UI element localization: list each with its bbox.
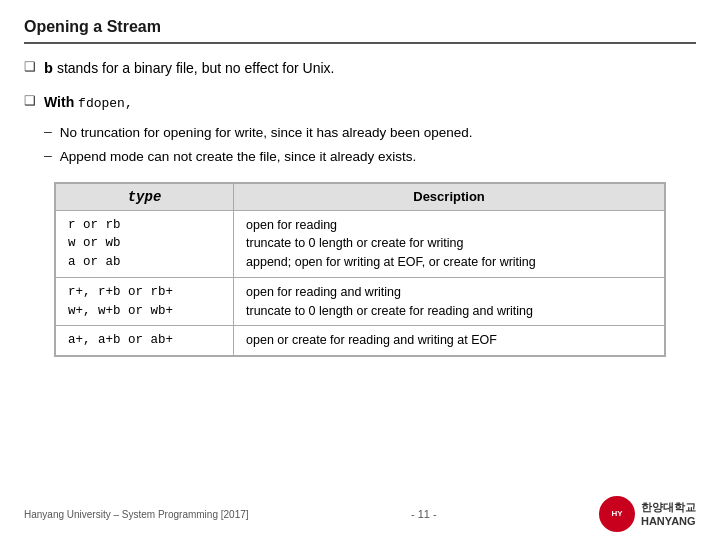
desc-cell-0: open for reading truncate to 0 length or… xyxy=(234,210,665,277)
logo-label: 한양대학교 HANYANG xyxy=(641,500,696,529)
logo-circle: HY xyxy=(599,496,635,532)
bullet1-row: ❑ b stands for a binary file, but no eff… xyxy=(24,58,696,82)
title-section: Opening a Stream xyxy=(24,18,696,44)
bullet1-content: stands for a binary file, but no effect … xyxy=(57,60,335,76)
sub-bullet1-text: No truncation for opening for write, sin… xyxy=(60,123,473,143)
logo-abbr: HY xyxy=(611,509,622,519)
page-title: Opening a Stream xyxy=(24,18,161,35)
bullet2-with: With xyxy=(44,94,78,110)
type-cell-2: a+, a+b or ab+ xyxy=(56,326,234,356)
bullet1-b: b xyxy=(44,61,53,78)
page: Opening a Stream ❑ b stands for a binary… xyxy=(0,0,720,540)
footer-page-number: - 11 - xyxy=(411,508,437,520)
table-row: r or rb w or wb a or abopen for reading … xyxy=(56,210,665,277)
sub-bullets: – No truncation for opening for write, s… xyxy=(44,123,696,168)
bullet2-code: fdopen, xyxy=(78,96,133,111)
bullet1-icon: ❑ xyxy=(24,59,36,74)
logo-line1: 한양대학교 xyxy=(641,500,696,514)
sub-bullet1-row: – No truncation for opening for write, s… xyxy=(44,123,696,143)
desc-cell-2: open or create for reading and writing a… xyxy=(234,326,665,356)
sub-bullet2-text: Append mode can not create the file, sin… xyxy=(60,147,416,167)
col2-header: Description xyxy=(234,183,665,210)
table-header-row: type Description xyxy=(56,183,665,210)
sub-bullet2-row: – Append mode can not create the file, s… xyxy=(44,147,696,167)
footer-left-text: Hanyang University – System Programming … xyxy=(24,509,249,520)
sub-dash1: – xyxy=(44,123,52,139)
type-table: type Description r or rb w or wb a or ab… xyxy=(54,182,666,358)
bullet2-icon: ❑ xyxy=(24,93,36,108)
bullet1-section: ❑ b stands for a binary file, but no eff… xyxy=(24,58,696,82)
bullet2-text: With fdopen, xyxy=(44,92,133,114)
bullet2-section: ❑ With fdopen, – No truncation for openi… xyxy=(24,92,696,168)
desc-cell-1: open for reading and writing truncate to… xyxy=(234,277,665,326)
footer-logo: HY 한양대학교 HANYANG xyxy=(599,496,696,532)
bullet1-text: b stands for a binary file, but no effec… xyxy=(44,58,334,82)
table-row: r+, r+b or rb+ w+, w+b or wb+open for re… xyxy=(56,277,665,326)
logo-line2: HANYANG xyxy=(641,514,696,528)
type-cell-0: r or rb w or wb a or ab xyxy=(56,210,234,277)
col1-header: type xyxy=(56,183,234,210)
bullet2-row: ❑ With fdopen, xyxy=(24,92,696,114)
footer: Hanyang University – System Programming … xyxy=(0,496,720,532)
table-row: a+, a+b or ab+open or create for reading… xyxy=(56,326,665,356)
sub-dash2: – xyxy=(44,147,52,163)
type-cell-1: r+, r+b or rb+ w+, w+b or wb+ xyxy=(56,277,234,326)
